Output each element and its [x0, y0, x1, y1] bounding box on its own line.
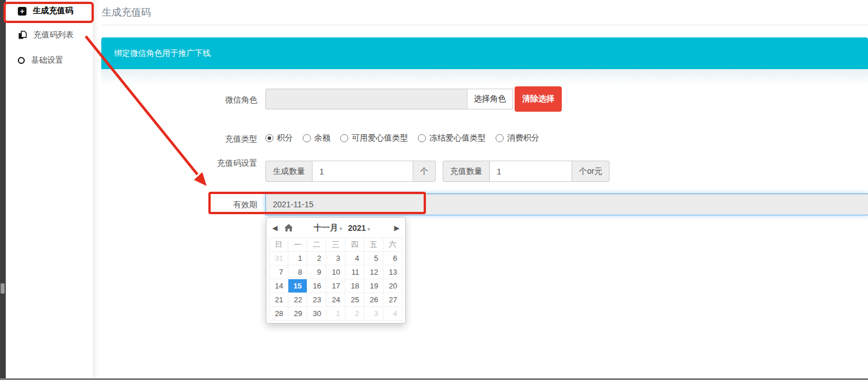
- calendar-day-selected[interactable]: 15: [288, 279, 307, 293]
- calendar-day[interactable]: 10: [326, 265, 345, 279]
- calendar-day[interactable]: 5: [364, 252, 383, 265]
- calendar-day[interactable]: 31: [269, 252, 288, 265]
- radio-option-frozen-love-value[interactable]: 冻结爱心值类型: [418, 133, 486, 143]
- next-month-icon[interactable]: ▶: [391, 224, 403, 232]
- radio-option-balance[interactable]: 余额: [303, 133, 330, 143]
- recharge-qty-unit: 个or元: [572, 161, 610, 182]
- radio-icon: [418, 134, 426, 142]
- sidebar: + 生成充值码 充值码列表 基础设置: [6, 0, 94, 378]
- calendar-day[interactable]: 3: [364, 307, 383, 321]
- calendar-day[interactable]: 23: [307, 293, 326, 307]
- recharge-type-label: 充值类型: [165, 134, 257, 145]
- calendar-day[interactable]: 4: [345, 252, 364, 265]
- calendar-day-name: 日: [269, 238, 288, 252]
- radio-label: 冻结爱心值类型: [429, 133, 486, 143]
- calendar-day[interactable]: 28: [269, 307, 288, 321]
- calendar-day-name: 六: [383, 238, 402, 252]
- recharge-qty-input[interactable]: [489, 161, 572, 182]
- calendar-day[interactable]: 27: [383, 293, 402, 307]
- month-label: 十一月: [314, 223, 338, 233]
- calendar-day[interactable]: 2: [307, 252, 326, 265]
- radio-option-consume-points[interactable]: 消费积分: [496, 133, 539, 143]
- sidebar-item-label: 基础设置: [31, 55, 63, 66]
- calendar-day[interactable]: 29: [288, 307, 307, 321]
- calendar-week-row: 2829301234: [269, 307, 402, 321]
- clear-selection-button[interactable]: 清除选择: [515, 86, 562, 112]
- calendar-day[interactable]: 12: [364, 265, 383, 279]
- calendar-day[interactable]: 7: [269, 265, 288, 279]
- validity-label: 有效期: [165, 200, 257, 210]
- datepicker-header: ◀ 十一月 ▾ 2021 ▾ ▶: [269, 220, 403, 236]
- radio-label: 余额: [314, 133, 330, 143]
- calendar-day[interactable]: 16: [307, 279, 326, 293]
- generate-qty-unit: 个: [413, 161, 436, 182]
- recharge-qty-group: 充值数量 个or元: [443, 161, 610, 182]
- calendar-day[interactable]: 1: [288, 252, 307, 265]
- calendar-day[interactable]: 1: [326, 307, 345, 321]
- sidebar-item-label: 生成充值码: [33, 6, 73, 16]
- code-settings-label: 充值码设置: [165, 158, 257, 169]
- calendar-day[interactable]: 25: [345, 293, 364, 307]
- calendar-day[interactable]: 26: [364, 293, 383, 307]
- plus-square-icon: +: [18, 7, 26, 16]
- panel-banner: 绑定微信角色用于推广下线: [101, 37, 868, 69]
- radio-label: 积分: [277, 133, 293, 143]
- calendar-day[interactable]: 19: [364, 279, 383, 293]
- wechat-role-input[interactable]: [265, 89, 467, 109]
- title-divider: [102, 25, 868, 25]
- calendar-day[interactable]: 21: [269, 293, 288, 307]
- calendar-week-row: 14151617181920: [269, 279, 402, 293]
- datepicker-popup: ◀ 十一月 ▾ 2021 ▾ ▶ 日一二三四五六 311234567891011…: [266, 217, 406, 324]
- wechat-role-label: 微信角色: [165, 95, 257, 105]
- radio-option-points[interactable]: 积分: [265, 133, 293, 143]
- circle-icon: [18, 57, 25, 64]
- calendar-week-row: 21222324252627: [269, 293, 402, 307]
- calendar-day[interactable]: 20: [383, 279, 402, 293]
- home-icon[interactable]: [284, 224, 293, 232]
- panel-shade: [101, 69, 868, 85]
- calendar-day[interactable]: 11: [345, 265, 364, 279]
- calendar-day-name: 四: [345, 238, 364, 252]
- calendar-day[interactable]: 6: [383, 252, 402, 265]
- calendar-day[interactable]: 17: [326, 279, 345, 293]
- calendar-day[interactable]: 24: [326, 293, 345, 307]
- validity-date-input[interactable]: [265, 193, 868, 215]
- sidebar-item-generate-code[interactable]: + 生成充值码: [6, 3, 93, 19]
- chevron-down-icon: ▾: [340, 226, 342, 231]
- radio-icon: [265, 134, 273, 142]
- calendar-day[interactable]: 8: [288, 265, 307, 279]
- window-edge: [0, 0, 6, 380]
- generate-qty-group: 生成数量 个: [265, 161, 436, 182]
- calendar-day-name: 三: [326, 238, 345, 252]
- calendar-day[interactable]: 4: [383, 307, 402, 321]
- recharge-type-radio-group: 积分 余额 可用爱心值类型 冻结爱心值类型 消费积分: [265, 132, 539, 144]
- calendar-day[interactable]: 22: [288, 293, 307, 307]
- month-select[interactable]: 十一月 ▾: [314, 223, 342, 233]
- calendar-day[interactable]: 14: [269, 279, 288, 293]
- generate-qty-addon: 生成数量: [265, 161, 312, 182]
- calendar-day[interactable]: 2: [345, 307, 364, 321]
- scrollbar-handle[interactable]: [1, 283, 5, 294]
- calendar-day[interactable]: 3: [326, 252, 345, 265]
- radio-icon: [303, 134, 311, 142]
- calendar-day[interactable]: 30: [307, 307, 326, 321]
- year-select[interactable]: 2021 ▾: [348, 223, 370, 233]
- calendar-day[interactable]: 13: [383, 265, 402, 279]
- sidebar-item-code-list[interactable]: 充值码列表: [6, 27, 93, 43]
- radio-label: 可用爱心值类型: [352, 133, 408, 143]
- app-window: + 生成充值码 充值码列表 基础设置 生成充值码 绑定微信角色用于推广下线 微信…: [0, 0, 868, 380]
- generate-qty-input[interactable]: [312, 161, 413, 182]
- calendar-day-name: 二: [307, 238, 326, 252]
- calendar-day[interactable]: 18: [345, 279, 364, 293]
- copy-icon: [18, 31, 27, 40]
- calendar-week-row: 31123456: [269, 252, 402, 265]
- select-role-button[interactable]: 选择角色: [467, 89, 513, 109]
- calendar-day[interactable]: 9: [307, 265, 326, 279]
- prev-month-icon[interactable]: ◀: [269, 224, 281, 232]
- calendar-day-name: 一: [288, 238, 307, 252]
- calendar-week-row: 78910111213: [269, 265, 402, 279]
- calendar-table: 日一二三四五六 31123456789101112131415161718192…: [269, 237, 402, 321]
- radio-option-available-love-value[interactable]: 可用爱心值类型: [340, 133, 408, 143]
- recharge-qty-addon: 充值数量: [443, 161, 489, 182]
- sidebar-item-basic-settings[interactable]: 基础设置: [6, 52, 93, 69]
